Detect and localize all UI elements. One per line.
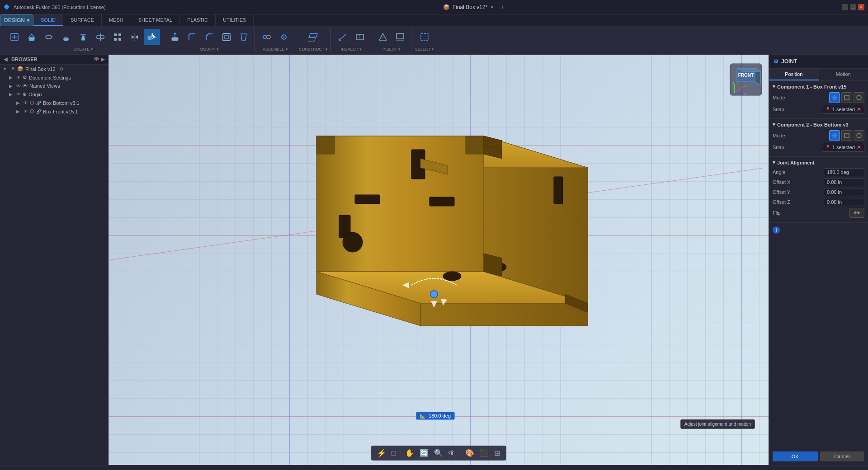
joint-tab-motion[interactable]: Motion	[819, 69, 868, 80]
viewport[interactable]: 📐 180.0 deg Adjust joint alignment and m…	[108, 55, 769, 465]
mode-btn-2a[interactable]	[829, 130, 840, 141]
tab-surface[interactable]: SURFACE	[63, 14, 102, 26]
rib-btn[interactable]	[92, 29, 108, 45]
measure-btn[interactable]	[335, 29, 351, 45]
offset-y-input[interactable]	[824, 188, 864, 196]
minimize-btn[interactable]: ─	[842, 4, 848, 10]
browser-item-4[interactable]: ▶ 👁 ⬡ 🔗 Box Bottom v3:1	[0, 99, 108, 107]
mode-btn-2c[interactable]	[854, 130, 864, 141]
browser-item-2[interactable]: ▶ 👁 👁 Named Views	[0, 82, 108, 90]
pan-btn[interactable]: ✋	[403, 448, 416, 458]
joint-origin-btn[interactable]	[276, 29, 292, 45]
browser-item-5[interactable]: ▶ 👁 ⬡ 🔗 Box Front v15:1	[0, 107, 108, 116]
snap-clear-1[interactable]: ✕	[857, 106, 861, 113]
grid-btn[interactable]: ⊞	[492, 448, 502, 458]
window-controls: ─ □ ✕	[842, 4, 864, 10]
offset-plane-btn[interactable]	[305, 29, 321, 45]
cancel-button[interactable]: Cancel	[820, 451, 865, 461]
toolbar-group-assemble: ASSEMBLE ▾	[256, 28, 295, 52]
browser-expand-icon[interactable]: ▶	[101, 56, 104, 62]
mode-btn-1c[interactable]	[854, 92, 864, 103]
angle-input[interactable]	[824, 168, 864, 176]
joint-tabs: Position Motion	[769, 69, 868, 81]
tab-utilities[interactable]: UTILITIES	[216, 14, 254, 26]
alignment-title[interactable]: ▾ Joint Alignment	[773, 160, 864, 165]
draft-btn[interactable]	[236, 29, 252, 45]
svg-rect-50	[355, 195, 380, 204]
tab-solid[interactable]: SOLID	[33, 14, 63, 26]
mirror-btn[interactable]	[127, 29, 143, 45]
mode-btn-1a[interactable]	[829, 92, 840, 103]
angle-row: Angle	[773, 168, 864, 176]
revolve-btn[interactable]	[41, 29, 57, 45]
tab-mesh[interactable]: MESH	[102, 14, 131, 26]
maximize-btn[interactable]: □	[850, 4, 856, 10]
chamfer-btn[interactable]	[201, 29, 217, 45]
tab-plastic[interactable]: PLASTIC	[180, 14, 216, 26]
fillet-btn[interactable]	[184, 29, 200, 45]
orbit-btn[interactable]: 🔄	[418, 448, 430, 458]
extrude-btn[interactable]	[24, 29, 40, 45]
zoom-btn[interactable]: 🔍	[432, 448, 445, 458]
browser-eye-icon[interactable]: 👁	[94, 56, 99, 62]
select-label: SELECT ▾	[415, 47, 434, 52]
pattern-btn[interactable]	[109, 29, 126, 45]
display-mode-btn[interactable]: □	[390, 448, 398, 458]
svg-rect-52	[429, 197, 454, 206]
design-dropdown[interactable]: DESIGN ▾	[0, 14, 33, 26]
tab-sheet-metal[interactable]: SHEET METAL	[131, 14, 180, 26]
browser-collapse-btn[interactable]: ◀	[4, 56, 7, 62]
mode-btn-1b[interactable]	[841, 92, 852, 103]
browser-item-0[interactable]: ▾ 👁 📦 Final Box v12 ⚙	[0, 65, 108, 73]
section-analysis-btn[interactable]	[352, 29, 368, 45]
joint-title: JOINT	[781, 58, 797, 65]
offset-x-input[interactable]	[824, 178, 864, 186]
browser-item-3[interactable]: ▶ 👁 ⊕ Origin	[0, 90, 108, 99]
svg-point-81	[834, 135, 835, 136]
environment-btn[interactable]: ⬛	[478, 448, 491, 458]
3d-box-model[interactable]	[280, 100, 597, 335]
sweep-btn[interactable]	[58, 29, 74, 45]
snap-clear-2[interactable]: ✕	[857, 144, 861, 150]
insert-mesh-btn[interactable]	[375, 29, 391, 45]
move-copy-btn[interactable]	[144, 29, 160, 45]
visual-style-btn[interactable]: 🎨	[463, 448, 476, 458]
joint-tab-position[interactable]: Position	[769, 69, 819, 80]
component1-label: Component 1 - Box Front v15	[777, 84, 846, 89]
expand-icon: ▶	[16, 100, 22, 105]
close-btn[interactable]: ✕	[858, 4, 864, 10]
new-component-btn[interactable]	[6, 29, 23, 45]
svg-rect-29	[309, 33, 317, 37]
joint-footer: OK Cancel	[769, 448, 868, 465]
browser-item-1[interactable]: ▶ 👁 ⚙ Document Settings	[0, 73, 108, 82]
joint-btn[interactable]	[259, 29, 275, 45]
shell-btn[interactable]	[218, 29, 235, 45]
component2-title[interactable]: ▾ Component 2 - Box Bottom v3	[773, 122, 864, 127]
press-pull-btn[interactable]	[167, 29, 183, 45]
canvas-btn[interactable]	[392, 29, 408, 45]
component1-title[interactable]: ▾ Component 1 - Box Front v15	[773, 84, 864, 89]
svg-marker-42	[316, 136, 484, 272]
snap-field-2[interactable]: 📍 1 selected ✕	[822, 143, 864, 152]
svg-rect-22	[225, 35, 228, 39]
ok-button[interactable]: OK	[773, 451, 818, 461]
mode-btn-2b[interactable]	[841, 130, 852, 141]
offset-z-input[interactable]	[824, 198, 864, 206]
select-btn[interactable]	[416, 29, 433, 45]
create-label: CREATE ▾	[73, 47, 93, 52]
info-button[interactable]: i	[773, 226, 780, 234]
svg-text:y: y	[732, 80, 734, 85]
new-tab-btn[interactable]: +	[500, 3, 504, 11]
settings-icon[interactable]: ⚙	[59, 66, 63, 71]
active-tab-label[interactable]: Final Box v12*	[453, 4, 487, 10]
svg-rect-19	[148, 36, 151, 40]
loft-btn[interactable]	[75, 29, 91, 45]
collapse-arrow: ▾	[773, 84, 775, 89]
flip-button[interactable]	[849, 208, 864, 218]
view-settings-btn[interactable]: 👁	[447, 448, 458, 458]
offset-z-row: Offset Z	[773, 198, 864, 206]
tab-close-icon[interactable]: ✕	[490, 5, 494, 9]
snap-field-1[interactable]: 📍 1 selected ✕	[822, 105, 864, 114]
snap-settings-btn[interactable]: ⚡	[375, 448, 388, 458]
browser-title-area: ◀ BROWSER	[4, 56, 38, 62]
